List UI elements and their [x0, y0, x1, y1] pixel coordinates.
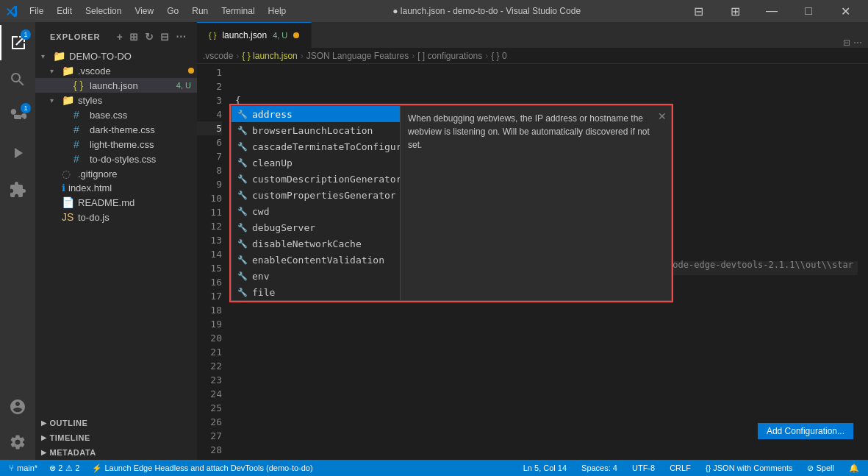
branch-status[interactable]: ⑂ main*	[6, 463, 40, 473]
menu-view[interactable]: View	[129, 4, 159, 18]
sidebar-item-vscode[interactable]: ▾ 📁 .vscode	[35, 63, 197, 78]
styles-label: styles	[78, 95, 197, 106]
menu-terminal[interactable]: Terminal	[215, 4, 260, 18]
autocomplete-item-cwd[interactable]: 🔧 cwd	[232, 203, 400, 219]
menu-go[interactable]: Go	[161, 4, 184, 18]
autocomplete-item-enablecontent[interactable]: 🔧 enableContentValidation	[232, 252, 400, 268]
new-file-icon[interactable]: +	[115, 29, 125, 44]
breadcrumb-configurations[interactable]: [ ] configurations	[417, 51, 482, 61]
collapse-all-icon[interactable]: ⊟	[159, 29, 171, 44]
vertical-scrollbar[interactable]	[858, 64, 868, 460]
errors-warnings-status[interactable]: ⊗ 2 ⚠ 2	[46, 463, 82, 473]
menu-file[interactable]: File	[24, 4, 49, 18]
breadcrumb-json-lang[interactable]: JSON Language Features	[306, 51, 409, 61]
layout-btn[interactable]: ⊟	[681, 0, 715, 22]
launch-status[interactable]: ⚡ Launch Edge Headless and attach DevToo…	[89, 463, 316, 473]
outline-section[interactable]: ▶ OUTLINE	[35, 416, 197, 430]
breadcrumb-vscode[interactable]: .vscode	[203, 51, 233, 61]
more-actions-icon[interactable]: ⋯	[174, 29, 188, 44]
autocomplete-item-customdesc[interactable]: 🔧 customDescriptionGenerator	[232, 171, 400, 187]
panel-btn[interactable]: ⊞	[718, 0, 752, 22]
refresh-icon[interactable]: ↻	[143, 29, 156, 44]
menu-edit[interactable]: Edit	[51, 4, 78, 18]
settings-icon[interactable]	[0, 425, 35, 460]
source-control-icon[interactable]: 1	[0, 99, 35, 134]
split-editor-icon[interactable]: ⊟	[843, 38, 850, 48]
autocomplete-list: 🔧 address 🔧 browserLaunchLocation 🔧 casc…	[232, 106, 401, 300]
sidebar-item-launch-json[interactable]: { } launch.json 4, U	[35, 78, 197, 93]
autocomplete-item-debugserver[interactable]: 🔧 debugServer	[232, 219, 400, 235]
sidebar-item-styles[interactable]: ▾ 📁 styles	[35, 93, 197, 107]
language-status[interactable]: {} JSON with Comments	[703, 463, 796, 472]
sidebar-item-readme[interactable]: 📄 README.md	[35, 195, 197, 210]
autocomplete-item-browserlaunch[interactable]: 🔧 browserLaunchLocation	[232, 122, 400, 138]
spaces-label: Spaces: 4	[581, 463, 617, 472]
position-status[interactable]: Ln 5, Col 14	[520, 463, 570, 472]
close-btn[interactable]: ✕	[828, 0, 862, 22]
minimize-btn[interactable]: —	[755, 0, 789, 22]
new-folder-icon[interactable]: ⊞	[128, 29, 140, 44]
styles-folder-icon: 📁	[62, 94, 75, 106]
extensions-icon[interactable]	[0, 172, 35, 207]
menu-help[interactable]: Help	[262, 4, 293, 18]
sidebar-item-todo-js[interactable]: JS to-do.js	[35, 210, 197, 224]
breadcrumb-zero[interactable]: { } 0	[491, 51, 506, 61]
light-css-label: light-theme.css	[90, 139, 197, 150]
css-icon: #	[73, 153, 87, 165]
timeline-section[interactable]: ▶ TIMELINE	[35, 430, 197, 445]
main-layout: 1 1	[0, 22, 868, 460]
autocomplete-item-file[interactable]: 🔧 file	[232, 284, 400, 300]
sidebar-item-todo-css[interactable]: # to-do-styles.css	[35, 152, 197, 166]
autocomplete-item-env[interactable]: 🔧 env	[232, 268, 400, 284]
status-bar: ⑂ main* ⊗ 2 ⚠ 2 ⚡ Launch Edge Headless a…	[0, 460, 868, 476]
add-configuration-button[interactable]: Add Configuration...	[758, 423, 853, 439]
status-bar-left: ⑂ main* ⊗ 2 ⚠ 2 ⚡ Launch Edge Headless a…	[6, 463, 316, 473]
wrench-icon: 🔧	[237, 126, 248, 135]
sidebar-item-index-html[interactable]: ℹ index.html	[35, 181, 197, 195]
run-debug-icon[interactable]	[0, 135, 35, 171]
sidebar-item-gitignore[interactable]: ◌ .gitignore	[35, 166, 197, 181]
sidebar-item-dark-css[interactable]: # dark-theme.css	[35, 122, 197, 137]
autocomplete-item-address[interactable]: 🔧 address	[232, 106, 400, 122]
launch-label: Launch Edge Headless and attach DevTools…	[105, 463, 313, 472]
css-icon: #	[73, 109, 87, 121]
line-numbers: 1234 5 678910 1112131415 1617181920 2122…	[197, 64, 229, 460]
more-editors-icon[interactable]: ⋯	[853, 38, 862, 48]
line-ending-status[interactable]: CRLF	[667, 463, 694, 472]
maximize-btn[interactable]: □	[792, 0, 825, 22]
menu-run[interactable]: Run	[186, 4, 214, 18]
menu-selection[interactable]: Selection	[79, 4, 127, 18]
close-detail-icon[interactable]: ✕	[658, 109, 667, 124]
wrench-icon: 🔧	[237, 174, 248, 184]
item-label: browserLaunchLocation	[252, 125, 373, 136]
autocomplete-item-disablenetwork[interactable]: 🔧 disableNetworkCache	[232, 235, 400, 252]
sidebar-header-icons: + ⊞ ↻ ⊟ ⋯	[115, 29, 188, 44]
base-css-label: base.css	[90, 110, 197, 121]
item-label: cascadeTerminateToConfigurations	[252, 141, 401, 152]
sidebar-item-light-css[interactable]: # light-theme.css	[35, 137, 197, 152]
explorer-icon[interactable]: 1	[0, 25, 35, 60]
notifications-icon[interactable]: 🔔	[846, 463, 862, 473]
metadata-section[interactable]: ▶ METADATA	[35, 445, 197, 460]
account-icon[interactable]	[0, 389, 35, 425]
spell-status[interactable]: ⊘ Spell	[804, 463, 837, 473]
autocomplete-item-cleanup[interactable]: 🔧 cleanUp	[232, 154, 400, 171]
wrench-icon: 🔧	[237, 207, 248, 216]
sidebar-item-base-css[interactable]: # base.css	[35, 107, 197, 122]
autocomplete-item-cascade[interactable]: 🔧 cascadeTerminateToConfigurations	[232, 138, 400, 154]
launch-json-label: launch.json	[90, 80, 176, 91]
search-icon[interactable]	[0, 62, 35, 97]
root-arrow: ▾	[41, 52, 53, 60]
wrench-icon: 🔧	[237, 288, 248, 297]
item-label: env	[252, 271, 269, 282]
git-icon: ◌	[62, 168, 75, 180]
encoding-status[interactable]: UTF-8	[629, 463, 658, 472]
autocomplete-item-customprops[interactable]: 🔧 customPropertiesGenerator	[232, 187, 400, 203]
breadcrumb-launch[interactable]: { } launch.json	[242, 51, 297, 61]
sidebar-spacer	[35, 224, 197, 416]
tab-launch-json[interactable]: { } launch.json 4, U	[197, 22, 312, 48]
spaces-status[interactable]: Spaces: 4	[578, 463, 620, 472]
activity-bar: 1 1	[0, 22, 35, 460]
item-label: file	[252, 287, 275, 298]
root-folder[interactable]: ▾ 📁 DEMO-TO-DO	[35, 49, 197, 63]
